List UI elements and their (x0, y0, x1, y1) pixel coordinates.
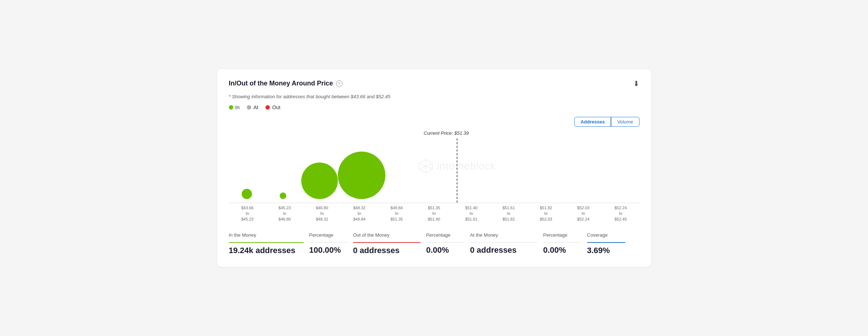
chart-area: intotheblock Current Price: $51.39 (229, 130, 639, 203)
stat-col-6: Coverage3.69% (587, 232, 631, 255)
stat-col-5: Percentage0.00% (543, 232, 587, 255)
x-label-8: $51.82to$52.03 (527, 205, 565, 222)
bubble-col-9 (567, 133, 603, 199)
stat-underline-3 (426, 242, 464, 243)
legend-item-at: At (247, 104, 258, 110)
stat-col-3: Percentage0.00% (426, 232, 470, 255)
x-label-3: $48.32to$49.84 (341, 205, 378, 222)
x-axis: $43.66to$45.23$45.23to$46.80$46.80to$48.… (229, 205, 639, 222)
legend-item-out: Out (265, 104, 280, 110)
stat-value-5: 0.00% (543, 245, 581, 255)
stat-value-6: 3.69% (587, 246, 625, 255)
toggle-addresses-button[interactable]: Addresses (574, 117, 611, 127)
toggle-row: Addresses Volume (229, 117, 639, 127)
help-icon[interactable]: ? (336, 80, 343, 87)
main-card: In/Out of the Money Around Price ? ⬇ * S… (217, 69, 651, 267)
axis-line (229, 203, 639, 203)
current-price-label: Current Price: $51.39 (424, 130, 469, 136)
stat-col-0: In the Money19.24k addresses (229, 232, 309, 255)
stat-label-6: Coverage (587, 232, 625, 240)
stat-label-5: Percentage (543, 232, 581, 240)
stat-col-2: Out of the Money0 addresses (353, 232, 426, 255)
bubble-col-4 (385, 133, 422, 199)
legend-item-in: In (229, 104, 240, 110)
bubbles-container (229, 133, 639, 199)
legend-label-out: Out (272, 104, 280, 110)
stat-col-1: Percentage100.00% (309, 232, 353, 255)
stat-underline-0 (229, 242, 303, 243)
stat-value-4: 0 addresses (470, 245, 537, 255)
stat-col-4: At the Money0 addresses (470, 232, 543, 255)
stat-underline-4 (470, 242, 537, 243)
x-label-9: $52.03to$52.24 (565, 205, 602, 222)
stat-value-0: 19.24k addresses (229, 246, 303, 255)
download-icon[interactable]: ⬇ (633, 79, 639, 88)
dashed-line (457, 138, 457, 203)
stat-underline-5 (543, 242, 581, 243)
stat-underline-6 (587, 242, 625, 243)
x-label-6: $51.40to$51.61 (453, 205, 490, 222)
stat-value-3: 0.00% (426, 245, 464, 255)
bubble-col-10 (603, 133, 639, 199)
stats-section: In the Money19.24k addressesPercentage10… (229, 232, 639, 255)
bubble-2 (301, 163, 338, 199)
x-label-10: $52.24to$52.45 (602, 205, 639, 222)
bubble-col-3 (338, 133, 385, 199)
x-label-1: $45.23to$46.80 (266, 205, 303, 222)
stat-underline-1 (309, 242, 347, 243)
stat-label-2: Out of the Money (353, 232, 420, 240)
bubble-col-7 (494, 133, 531, 199)
legend-dot-in (229, 105, 233, 110)
bubble-col-5 (422, 133, 458, 199)
bubble-col-6 (458, 133, 494, 199)
toggle-volume-button[interactable]: Volume (611, 117, 639, 127)
x-label-4: $49.84to$51.35 (378, 205, 415, 222)
bubble-0 (242, 189, 252, 199)
x-label-5: $51.35to$51.40 (415, 205, 453, 222)
legend-dot-out (265, 105, 270, 110)
stat-label-3: Percentage (426, 232, 464, 240)
bubble-col-1 (265, 133, 301, 199)
legend-label-in: In (235, 104, 240, 110)
stats-grid: In the Money19.24k addressesPercentage10… (229, 232, 639, 255)
bubble-1 (280, 192, 286, 199)
x-label-2: $46.80to$48.32 (303, 205, 341, 222)
header-row: In/Out of the Money Around Price ? ⬇ (229, 79, 639, 88)
stat-value-1: 100.00% (309, 245, 347, 255)
subtitle: * Showing information for addresses that… (229, 94, 639, 99)
bubble-col-0 (229, 133, 265, 199)
page-title: In/Out of the Money Around Price (229, 80, 333, 87)
stat-label-1: Percentage (309, 232, 347, 240)
x-label-7: $51.61to$51.82 (490, 205, 527, 222)
legend: In At Out (229, 104, 639, 110)
title-group: In/Out of the Money Around Price ? (229, 80, 343, 87)
legend-label-at: At (253, 104, 258, 110)
stat-label-4: At the Money (470, 232, 537, 240)
bubble-3 (338, 152, 385, 199)
x-label-0: $43.66to$45.23 (229, 205, 266, 222)
stat-label-0: In the Money (229, 232, 303, 240)
stat-underline-2 (353, 242, 420, 243)
stat-value-2: 0 addresses (353, 246, 420, 255)
legend-dot-at (247, 105, 251, 110)
bubble-col-8 (531, 133, 567, 199)
bubble-col-2 (301, 133, 338, 199)
